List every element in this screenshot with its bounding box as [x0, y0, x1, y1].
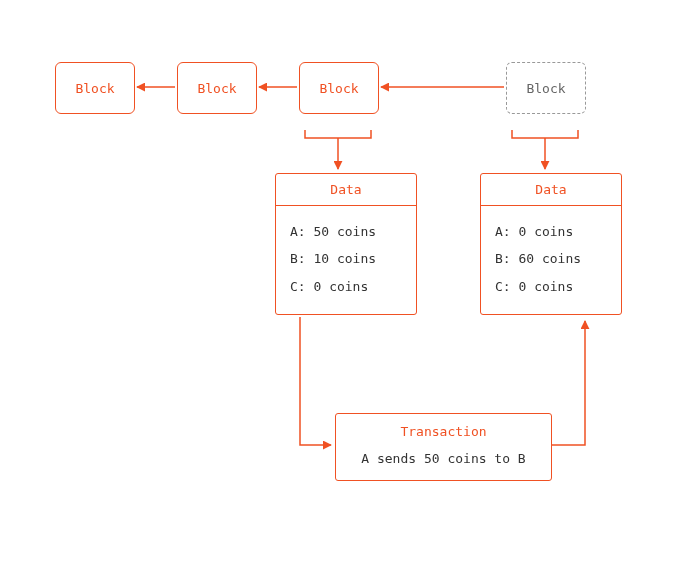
data-body: A: 0 coins B: 60 coins C: 0 coins	[481, 206, 621, 314]
bracket-pending	[512, 130, 578, 138]
arrow-transaction-to-data	[552, 321, 585, 445]
transaction-body: A sends 50 coins to B	[336, 447, 551, 480]
block-node-1: Block	[55, 62, 135, 114]
data-header: Data	[481, 174, 621, 206]
transaction-header: Transaction	[336, 414, 551, 447]
data-line: A: 0 coins	[495, 218, 607, 245]
arrow-data-to-transaction	[300, 317, 331, 445]
data-line: C: 0 coins	[290, 273, 402, 300]
block-node-3: Block	[299, 62, 379, 114]
data-body: A: 50 coins B: 10 coins C: 0 coins	[276, 206, 416, 314]
data-line: B: 10 coins	[290, 245, 402, 272]
data-line: A: 50 coins	[290, 218, 402, 245]
block-label: Block	[197, 81, 236, 96]
block-node-pending: Block	[506, 62, 586, 114]
bracket-block3	[305, 130, 371, 138]
block-label: Block	[319, 81, 358, 96]
data-panel-after: Data A: 0 coins B: 60 coins C: 0 coins	[480, 173, 622, 315]
block-label: Block	[526, 81, 565, 96]
transaction-box: Transaction A sends 50 coins to B	[335, 413, 552, 481]
block-label: Block	[75, 81, 114, 96]
data-panel-before: Data A: 50 coins B: 10 coins C: 0 coins	[275, 173, 417, 315]
data-line: B: 60 coins	[495, 245, 607, 272]
block-node-2: Block	[177, 62, 257, 114]
data-header: Data	[276, 174, 416, 206]
data-line: C: 0 coins	[495, 273, 607, 300]
